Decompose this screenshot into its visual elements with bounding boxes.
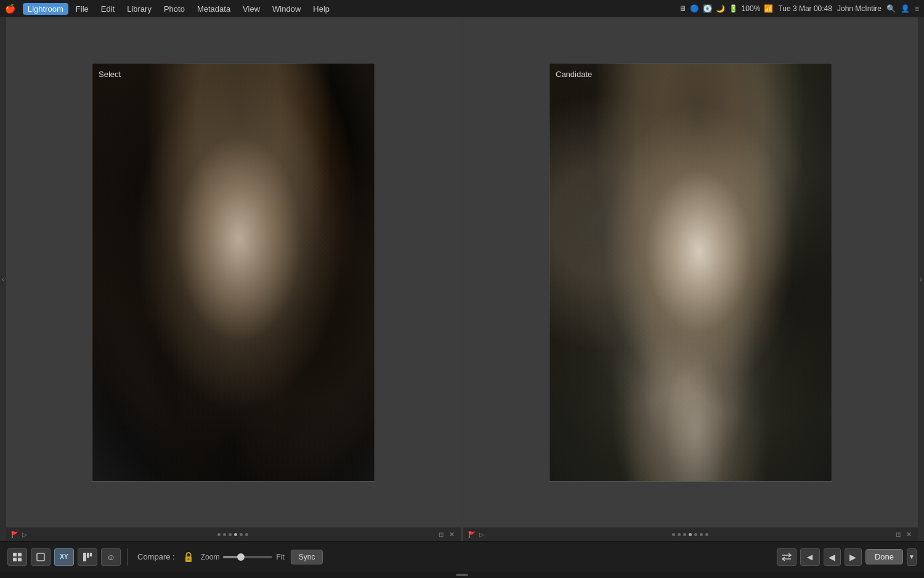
shrink-icon-right[interactable]: ⊡ <box>894 531 902 538</box>
flag-icon-right[interactable]: 🚩 <box>468 531 476 538</box>
done-dropdown-btn[interactable]: ▼ <box>907 548 917 566</box>
notification-icon[interactable]: 👤 <box>901 4 910 13</box>
toolbar-right: ◀ ◀ ▶ Done ▼ <box>777 548 917 566</box>
svg-rect-0 <box>13 553 17 556</box>
nav-right-btn[interactable]: ▶ <box>845 548 862 566</box>
svg-rect-7 <box>90 553 92 556</box>
svg-rect-4 <box>37 553 44 561</box>
menu-metadata[interactable]: Metadata <box>192 3 235 15</box>
menu-file[interactable]: File <box>71 3 94 15</box>
candidate-panel-footer: 🚩 ▷ ⊡ ✕ <box>463 527 918 541</box>
close-candidate-btn[interactable]: ✕ <box>904 530 913 539</box>
candidate-panel: Candidate 🚩 ▷ ⊡ <box>463 17 918 541</box>
menu-view[interactable]: View <box>238 3 265 15</box>
svg-point-9 <box>187 558 189 560</box>
sep-1 <box>127 548 128 566</box>
select-photo: Select <box>92 63 375 482</box>
cdot-6 <box>700 533 703 536</box>
moon-icon: 🌙 <box>716 4 725 13</box>
menubar-right: 🖥 🔵 💽 🌙 🔋 100% 📶 Tue 3 Mar 00:48 John Mc… <box>679 4 919 13</box>
cdot-3 <box>683 533 686 536</box>
done-button[interactable]: Done <box>865 549 903 564</box>
nav-left-icon: ◀ <box>829 552 835 562</box>
compare-view-btn[interactable]: XY <box>54 548 74 566</box>
search-icon[interactable]: 🔍 <box>886 4 896 13</box>
menu-extra-icon[interactable]: ≡ <box>915 4 919 13</box>
right-panel-toggle[interactable]: › <box>918 17 924 541</box>
prev-next-btn[interactable]: ◀ <box>800 548 820 566</box>
loupe-view-btn[interactable] <box>31 548 51 566</box>
select-panel: Select 🚩 ▷ ⊡ ✕ <box>6 17 461 541</box>
display-icon: 🖥 <box>679 4 686 13</box>
menu-library[interactable]: Library <box>122 3 156 15</box>
compare-area: Select 🚩 ▷ ⊡ ✕ <box>6 17 918 541</box>
svg-rect-3 <box>18 558 22 561</box>
svg-rect-5 <box>83 553 86 561</box>
battery-icon: 🔋 <box>729 4 738 13</box>
svg-rect-1 <box>18 553 22 556</box>
dot-5 <box>240 533 243 536</box>
lock-icon[interactable] <box>182 551 195 563</box>
select-footer-right: ⊡ ✕ <box>437 530 456 539</box>
arrow-icon-left[interactable]: ▷ <box>21 531 28 538</box>
menu-help[interactable]: Help <box>308 3 334 15</box>
filmstrip-bar <box>0 572 924 578</box>
svg-rect-2 <box>13 558 17 561</box>
bluetooth-icon: 🔵 <box>690 4 699 13</box>
people-view-btn[interactable]: ☺ <box>101 548 121 566</box>
left-toggle-arrow: ‹ <box>2 276 4 283</box>
candidate-label: Candidate <box>556 70 592 79</box>
candidate-footer-left: 🚩 ▷ <box>468 531 485 538</box>
cdot-5 <box>694 533 697 536</box>
nav-left-btn[interactable]: ◀ <box>824 548 841 566</box>
zoom-slider[interactable] <box>223 556 272 558</box>
candidate-photo: Candidate <box>549 63 832 482</box>
dot-6 <box>245 533 248 536</box>
menubar: 🍎 Lightroom File Edit Library Photo Meta… <box>0 0 924 17</box>
select-panel-footer: 🚩 ▷ ⊡ ✕ <box>6 527 461 541</box>
svg-rect-6 <box>87 553 89 558</box>
candidate-photo-container: Candidate <box>463 17 918 527</box>
select-label: Select <box>99 70 121 79</box>
film-indicator <box>456 574 468 576</box>
zoom-slider-thumb[interactable] <box>237 553 245 561</box>
left-panel-toggle[interactable]: ‹ <box>0 17 6 541</box>
zoom-section: Zoom Fit <box>201 553 285 561</box>
datetime: Tue 3 Mar 00:48 <box>778 4 832 13</box>
menu-lightroom[interactable]: Lightroom <box>23 3 68 15</box>
survey-view-btn[interactable] <box>78 548 97 566</box>
dot-1 <box>217 533 221 536</box>
zoom-label: Zoom <box>201 553 220 561</box>
select-photo-container: Select <box>6 17 461 527</box>
sync-button[interactable]: Sync <box>291 550 323 564</box>
candidate-footer-right: ⊡ ✕ <box>894 530 913 539</box>
fit-label: Fit <box>276 553 284 561</box>
nav-right-icon: ▶ <box>849 552 856 562</box>
grid-view-btn[interactable] <box>7 548 27 566</box>
select-filmstrip-dots <box>31 533 435 536</box>
menu-edit[interactable]: Edit <box>96 3 120 15</box>
close-select-btn[interactable]: ✕ <box>447 530 456 539</box>
swap-btn[interactable] <box>777 548 796 566</box>
shrink-icon-left[interactable]: ⊡ <box>437 531 445 538</box>
zoom-slider-fill <box>223 556 238 558</box>
candidate-filmstrip-dots <box>488 533 892 536</box>
storage-icon: 💽 <box>703 4 712 13</box>
arrow-icon-right[interactable]: ▷ <box>478 531 485 538</box>
chevron-down-icon: ▼ <box>909 553 915 560</box>
cdot-7 <box>705 533 708 536</box>
menu-photo[interactable]: Photo <box>159 3 190 15</box>
right-toggle-arrow: › <box>920 276 922 283</box>
username: John McIntire <box>837 4 881 13</box>
cdot-2 <box>678 533 681 536</box>
dot-2 <box>223 533 226 536</box>
flag-icon-left[interactable]: 🚩 <box>11 531 18 538</box>
compare-xy-icon: XY <box>60 553 68 560</box>
battery-level: 100% <box>742 4 761 13</box>
menu-window[interactable]: Window <box>267 3 306 15</box>
people-icon: ☺ <box>107 552 115 562</box>
apple-logo[interactable]: 🍎 <box>5 4 15 14</box>
toolbar: XY ☺ Compare : Zoom Fit Sync <box>0 541 924 572</box>
select-footer-left: 🚩 ▷ <box>11 531 28 538</box>
main-area: ‹ Select 🚩 ▷ <box>0 17 924 541</box>
